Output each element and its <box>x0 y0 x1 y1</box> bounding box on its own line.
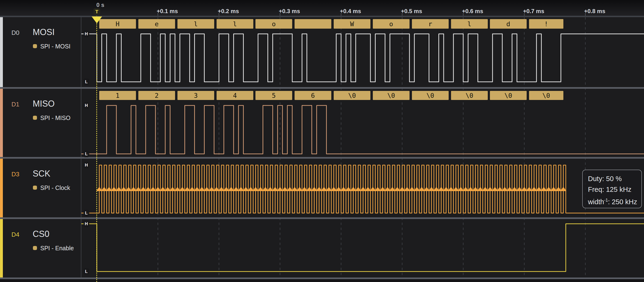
spi-decode-byte-box[interactable]: \0 <box>334 91 370 100</box>
tooltip-duty: Duty: 50 % <box>588 174 642 184</box>
spi-decode-byte-box[interactable]: e <box>138 19 175 29</box>
level-low-badge: L <box>84 268 89 275</box>
trigger-time-line <box>96 15 97 282</box>
channel-id: D4 <box>12 231 19 238</box>
spi-decode-byte-box[interactable]: 5 <box>256 91 292 100</box>
timeline-tick-label: +0.4 ms <box>340 8 361 14</box>
spi-decode-byte-box[interactable]: d <box>490 19 527 29</box>
timeline-tick-mark <box>585 13 586 16</box>
timeline-tick-label: +0.3 ms <box>279 8 300 14</box>
timeline-tick-label: +0.2 ms <box>218 8 239 14</box>
analyzer-label[interactable]: SPI - Enable <box>40 245 74 252</box>
analyzer-color-chip-icon <box>33 44 37 48</box>
timeline-tick-mark <box>524 13 524 16</box>
spi-decode-byte-box[interactable]: l <box>216 19 253 29</box>
analyzer-color-chip-icon <box>33 246 37 250</box>
spi-decode-byte-box[interactable]: 6 <box>294 91 331 100</box>
level-low-badge: L <box>84 78 89 85</box>
spi-decode-byte-box[interactable]: 4 <box>216 91 253 100</box>
logic-analyzer-app: HelloWorld!123456\0\0\0\0\0\0 D0 MOSI SP… <box>0 0 644 282</box>
spi-decode-byte-box[interactable]: W <box>334 19 370 29</box>
channel-name[interactable]: MISO <box>33 99 54 109</box>
spi-decode-byte-box[interactable]: o <box>373 19 410 29</box>
trigger-marker-icon[interactable] <box>92 16 102 24</box>
spi-decode-byte-box[interactable]: \0 <box>529 91 564 100</box>
analyzer-label[interactable]: SPI - Clock <box>40 184 70 191</box>
analyzer-color-chip-icon <box>33 186 37 190</box>
level-low-badge: L <box>84 210 89 216</box>
channel-id: D1 <box>12 101 19 108</box>
channel-id: D3 <box>12 170 19 178</box>
timeline-tick-label: +0.1 ms <box>157 8 178 14</box>
trigger-badge[interactable]: T <box>94 8 100 15</box>
analyzer-label[interactable]: SPI - MOSI <box>40 43 70 50</box>
timeline-tick-mark <box>402 13 402 16</box>
spi-decode-byte-box[interactable]: o <box>256 19 292 29</box>
channel-color-bar[interactable] <box>0 17 3 87</box>
timeline-tick-mark <box>280 13 280 16</box>
spi-decode-byte-box[interactable]: ! <box>529 19 564 29</box>
spi-decode-byte-box[interactable]: \0 <box>412 91 449 100</box>
timeline-tick-mark <box>341 13 341 16</box>
timeline-tick-mark <box>463 13 464 16</box>
timeline-tick-label: +0.7 ms <box>523 8 544 14</box>
spi-decode-byte-box[interactable]: r <box>412 19 449 29</box>
level-high-badge: H <box>84 102 89 109</box>
timeline-tick-mark <box>219 13 219 16</box>
spi-decode-byte-box[interactable]: \0 <box>490 91 527 100</box>
tooltip-width-inverse: width-1: 250 kHz <box>588 195 642 207</box>
channel-name[interactable]: MOSI <box>33 27 54 37</box>
channel-color-bar[interactable] <box>0 159 3 217</box>
channel-id: D0 <box>12 29 19 36</box>
channel-color-bar[interactable] <box>0 89 3 157</box>
channel-name[interactable]: SCK <box>33 169 50 179</box>
spi-decode-byte-box[interactable]: l <box>178 19 214 29</box>
channel-color-bar[interactable] <box>0 219 3 278</box>
clock-measurement-tooltip: Duty: 50 % Freq: 125 kHz width-1: 250 kH… <box>582 170 642 208</box>
timeline-tick-label: +0.8 ms <box>584 8 605 14</box>
analyzer-color-chip-icon <box>33 116 37 120</box>
timeline-tick-mark <box>158 13 158 16</box>
spi-decode-byte-box[interactable]: 2 <box>138 91 175 100</box>
timeline-header[interactable]: 0 s +0.1 ms+0.2 ms+0.3 ms+0.4 ms+0.5 ms+… <box>0 0 644 16</box>
analyzer-label[interactable]: SPI - MISO <box>40 114 70 122</box>
spi-decode-byte-box[interactable] <box>294 19 331 29</box>
spi-decode-byte-box[interactable]: l <box>451 19 488 29</box>
level-high-badge: H <box>84 162 89 168</box>
level-low-badge: L <box>84 150 89 157</box>
timeline-zero-label: 0 s <box>96 2 104 8</box>
timeline-tick-label: +0.5 ms <box>401 8 422 14</box>
level-high-badge: H <box>84 220 89 227</box>
tooltip-freq: Freq: 125 kHz <box>588 184 642 195</box>
spi-decode-byte-box[interactable]: H <box>99 19 136 29</box>
channel-name[interactable]: CS0 <box>33 229 49 239</box>
spi-decode-byte-box[interactable]: 3 <box>178 91 214 100</box>
level-high-badge: H <box>84 30 89 37</box>
spi-decode-byte-box[interactable]: \0 <box>373 91 410 100</box>
spi-decode-byte-box[interactable]: 1 <box>99 91 136 100</box>
timeline-tick-label: +0.6 ms <box>462 8 483 14</box>
spi-decode-byte-box[interactable]: \0 <box>451 91 488 100</box>
